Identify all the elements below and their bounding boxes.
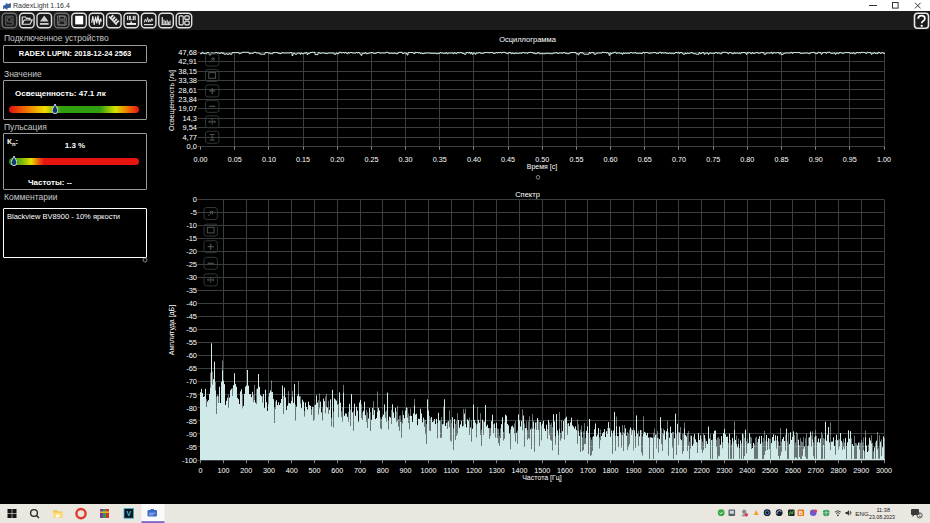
- svg-text:0.15: 0.15: [296, 155, 310, 164]
- svg-text:400: 400: [286, 466, 298, 475]
- svg-text:9,54: 9,54: [182, 123, 197, 132]
- svg-text:1300: 1300: [489, 466, 505, 475]
- svg-text:ENG: ENG: [855, 510, 869, 517]
- svg-text:1100: 1100: [443, 466, 458, 475]
- svg-text:1900: 1900: [625, 466, 641, 475]
- svg-text:-55: -55: [186, 338, 197, 347]
- svg-text:-80: -80: [186, 404, 197, 413]
- svg-text:Освещенность [лк]: Освещенность [лк]: [168, 70, 176, 131]
- svg-text:2200: 2200: [694, 466, 710, 475]
- svg-text:-40: -40: [186, 299, 197, 308]
- svg-text:2300: 2300: [717, 466, 733, 475]
- svg-text:700: 700: [354, 466, 366, 475]
- svg-text:4,77: 4,77: [182, 133, 197, 142]
- svg-text:-5: -5: [190, 208, 197, 217]
- svg-text:Время [с]: Время [с]: [527, 163, 557, 171]
- svg-text:-65: -65: [186, 364, 197, 373]
- svg-text:0.65: 0.65: [638, 155, 652, 164]
- svg-text:1800: 1800: [603, 466, 619, 475]
- svg-text:-35: -35: [186, 286, 197, 295]
- svg-text:0.70: 0.70: [672, 155, 686, 164]
- svg-text:11:38: 11:38: [876, 507, 890, 513]
- svg-text:0.10: 0.10: [262, 155, 276, 164]
- svg-text:300: 300: [263, 466, 275, 475]
- svg-text:-70: -70: [186, 377, 197, 386]
- svg-text:0.40: 0.40: [467, 155, 481, 164]
- svg-text:2400: 2400: [739, 466, 755, 475]
- svg-text:1000: 1000: [420, 466, 436, 475]
- svg-text:0,0: 0,0: [187, 142, 197, 151]
- svg-text:Частота [Гц]: Частота [Гц]: [522, 474, 562, 482]
- svg-text:0.85: 0.85: [775, 155, 789, 164]
- svg-text:0.80: 0.80: [740, 155, 754, 164]
- svg-text:2500: 2500: [762, 466, 778, 475]
- svg-text:38,15: 38,15: [178, 67, 197, 76]
- svg-text:0.30: 0.30: [399, 155, 413, 164]
- svg-text:0.00: 0.00: [194, 155, 208, 164]
- svg-text:42,91: 42,91: [178, 57, 197, 66]
- svg-text:-20: -20: [186, 247, 197, 256]
- svg-text:14,3: 14,3: [182, 114, 197, 123]
- svg-text:0: 0: [199, 466, 203, 475]
- svg-text:Спектр: Спектр: [515, 190, 540, 199]
- svg-text:0.05: 0.05: [228, 155, 242, 164]
- svg-text:-10: -10: [186, 221, 197, 230]
- svg-text:19,07: 19,07: [178, 104, 197, 113]
- svg-text:B: B: [799, 510, 803, 516]
- svg-text:-60: -60: [186, 351, 197, 360]
- svg-text:600: 600: [331, 466, 343, 475]
- svg-text:500: 500: [309, 466, 321, 475]
- svg-text:-85: -85: [186, 417, 197, 426]
- svg-text:2900: 2900: [853, 466, 869, 475]
- svg-text:100: 100: [217, 466, 229, 475]
- svg-text:2100: 2100: [671, 466, 687, 475]
- svg-text:-50: -50: [186, 325, 197, 334]
- svg-text:1: 1: [918, 512, 921, 518]
- svg-text:-90: -90: [186, 430, 197, 439]
- svg-text:0.90: 0.90: [809, 155, 823, 164]
- svg-text:V: V: [126, 510, 131, 517]
- svg-text:0.60: 0.60: [604, 155, 618, 164]
- svg-text:-25: -25: [186, 260, 197, 269]
- svg-text:3000: 3000: [876, 466, 892, 475]
- svg-text:-75: -75: [186, 391, 197, 400]
- svg-text:23.08.2023: 23.08.2023: [869, 514, 895, 520]
- svg-text:0.20: 0.20: [330, 155, 344, 164]
- svg-text:2600: 2600: [785, 466, 801, 475]
- svg-text:2800: 2800: [830, 466, 846, 475]
- svg-text:-30: -30: [186, 273, 197, 282]
- svg-text:28,61: 28,61: [178, 86, 197, 95]
- svg-text:200: 200: [240, 466, 252, 475]
- svg-text:1700: 1700: [580, 466, 596, 475]
- svg-text:23,84: 23,84: [178, 95, 197, 104]
- svg-text:Осциллограмма: Осциллограмма: [499, 35, 556, 44]
- svg-text:47,68: 47,68: [178, 48, 197, 57]
- svg-text:2700: 2700: [808, 466, 824, 475]
- svg-text:0: 0: [193, 195, 197, 204]
- svg-text:Амплитуда [дБ]: Амплитуда [дБ]: [168, 305, 176, 355]
- svg-text:0.35: 0.35: [433, 155, 447, 164]
- svg-text:0.25: 0.25: [365, 155, 379, 164]
- svg-text:800: 800: [377, 466, 389, 475]
- svg-text:1200: 1200: [466, 466, 482, 475]
- svg-text:-15: -15: [186, 234, 197, 243]
- svg-text:-45: -45: [186, 312, 197, 321]
- svg-text:0.95: 0.95: [843, 155, 857, 164]
- svg-text:-100: -100: [182, 456, 197, 465]
- svg-text:-95: -95: [186, 443, 197, 452]
- svg-text:2000: 2000: [648, 466, 664, 475]
- svg-text:33,38: 33,38: [178, 76, 197, 85]
- svg-text:900: 900: [400, 466, 412, 475]
- svg-text:1.00: 1.00: [877, 155, 891, 164]
- svg-text:0.45: 0.45: [501, 155, 515, 164]
- svg-text:0.75: 0.75: [706, 155, 720, 164]
- svg-text:0.55: 0.55: [570, 155, 584, 164]
